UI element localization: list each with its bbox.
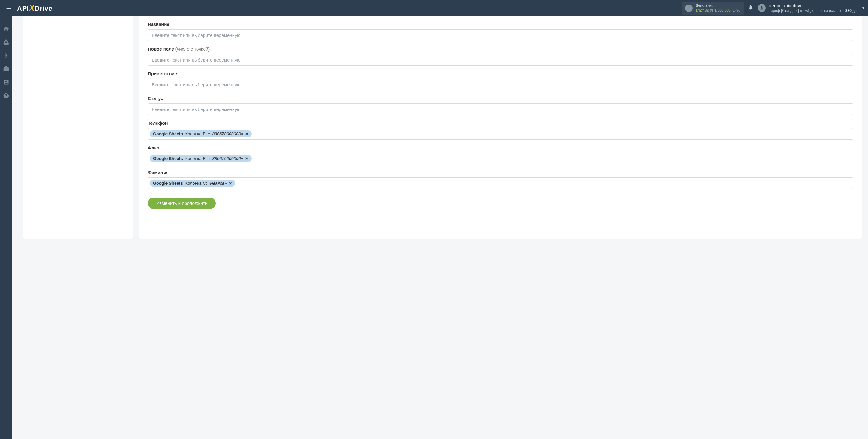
logo-x: X xyxy=(29,3,34,13)
svg-rect-2 xyxy=(7,43,8,44)
tag-source: Google Sheets xyxy=(153,131,183,136)
tag-column: Колонка E: xyxy=(185,156,207,161)
text-input-status[interactable] xyxy=(152,107,849,112)
bell-icon[interactable] xyxy=(748,5,753,11)
input-greeting[interactable] xyxy=(148,79,854,90)
form-group-status: Статус xyxy=(148,96,854,115)
left-rail xyxy=(0,16,12,439)
user-avatar-icon xyxy=(758,4,766,12)
nav-contacts-icon[interactable] xyxy=(3,79,9,86)
main-panel: НазваниеНовое поле (число с точкой)Приве… xyxy=(139,16,862,239)
form-group-phone: ТелефонGoogle Sheets | Колонка E: «+3806… xyxy=(148,121,854,140)
input-lastname[interactable]: Google Sheets | Колонка C: «Иванов»✕ xyxy=(148,177,854,189)
label-greeting: Приветствие xyxy=(148,71,854,76)
label-title: Название xyxy=(148,22,854,27)
actions-pill[interactable]: i Действия: 142'432 из 1'000'000 (14% xyxy=(682,2,744,14)
svg-rect-3 xyxy=(5,43,7,44)
nav-briefcase-icon[interactable] xyxy=(3,66,9,72)
label-lastname: Фамилия xyxy=(148,170,854,175)
user-tariff: Тариф |Стандарт| (new) до оплаты осталос… xyxy=(769,8,857,13)
tag-remove-icon[interactable]: ✕ xyxy=(245,131,249,136)
form-group-greeting: Приветствие xyxy=(148,71,854,90)
input-new_field[interactable] xyxy=(148,54,854,66)
input-title[interactable] xyxy=(148,29,854,41)
header-right: i Действия: 142'432 из 1'000'000 (14% de… xyxy=(682,2,864,14)
label-new_field: Новое поле (число с точкой) xyxy=(148,46,854,52)
nav-help-icon[interactable] xyxy=(3,92,9,99)
tag-value: «+380670000000» xyxy=(208,156,243,161)
layout: НазваниеНовое поле (число с точкой)Приве… xyxy=(0,16,868,439)
input-status[interactable] xyxy=(148,103,854,115)
tag-remove-icon[interactable]: ✕ xyxy=(245,156,249,161)
actions-label: Действия: xyxy=(695,3,740,8)
actions-text: Действия: 142'432 из 1'000'000 (14% xyxy=(695,3,740,13)
label-status: Статус xyxy=(148,96,854,101)
user-info: demo_apix-drive Тариф |Стандарт| (new) д… xyxy=(769,3,857,13)
tag-fax[interactable]: Google Sheets | Колонка E: «+38067000000… xyxy=(150,155,252,162)
logo[interactable]: API X Drive xyxy=(17,3,53,13)
label-phone: Телефон xyxy=(148,121,854,126)
label-hint-new_field: (число с точкой) xyxy=(174,46,210,52)
tag-column: Колонка C: xyxy=(185,181,207,185)
nav-connections-icon[interactable] xyxy=(3,39,9,45)
tag-source: Google Sheets xyxy=(153,156,183,161)
text-input-title[interactable] xyxy=(152,33,849,38)
input-fax[interactable]: Google Sheets | Колонка E: «+38067000000… xyxy=(148,153,854,164)
tag-source: Google Sheets xyxy=(153,181,183,185)
form-group-lastname: ФамилияGoogle Sheets | Колонка C: «Ивано… xyxy=(148,170,854,189)
tag-value: «Иванов» xyxy=(208,181,227,185)
tag-value: «+380670000000» xyxy=(208,131,243,136)
form-group-fax: ФаксGoogle Sheets | Колонка E: «+3806700… xyxy=(148,145,854,164)
left-panel xyxy=(23,16,133,239)
nav-billing-icon[interactable] xyxy=(3,52,9,59)
input-phone[interactable]: Google Sheets | Колонка E: «+38067000000… xyxy=(148,128,854,140)
content-area: НазваниеНовое поле (число с точкой)Приве… xyxy=(12,16,868,439)
top-header: ☰ API X Drive i Действия: 142'432 из 1'0… xyxy=(0,0,868,16)
tag-phone[interactable]: Google Sheets | Колонка E: «+38067000000… xyxy=(150,131,252,137)
submit-button[interactable]: Изменить и продолжить xyxy=(148,198,216,209)
logo-pre: API xyxy=(17,5,29,12)
user-menu[interactable]: demo_apix-drive Тариф |Стандарт| (new) д… xyxy=(758,3,864,13)
actions-values: 142'432 из 1'000'000 (14% xyxy=(695,8,740,13)
logo-post: Drive xyxy=(35,5,53,12)
hamburger-icon[interactable]: ☰ xyxy=(4,3,14,13)
tag-column: Колонка E: xyxy=(185,131,207,136)
label-fax: Факс xyxy=(148,145,854,150)
svg-rect-0 xyxy=(5,40,7,41)
nav-home-icon[interactable] xyxy=(3,25,9,32)
info-icon: i xyxy=(685,5,692,12)
chevron-down-icon: ▾ xyxy=(862,5,864,10)
form-group-new_field: Новое поле (число с точкой) xyxy=(148,46,854,66)
text-input-greeting[interactable] xyxy=(152,82,849,87)
user-name: demo_apix-drive xyxy=(769,3,857,8)
text-input-new_field[interactable] xyxy=(152,57,849,63)
svg-rect-1 xyxy=(4,43,5,44)
tag-lastname[interactable]: Google Sheets | Колонка C: «Иванов»✕ xyxy=(150,180,235,187)
form-group-title: Название xyxy=(148,22,854,41)
tag-remove-icon[interactable]: ✕ xyxy=(228,181,232,185)
